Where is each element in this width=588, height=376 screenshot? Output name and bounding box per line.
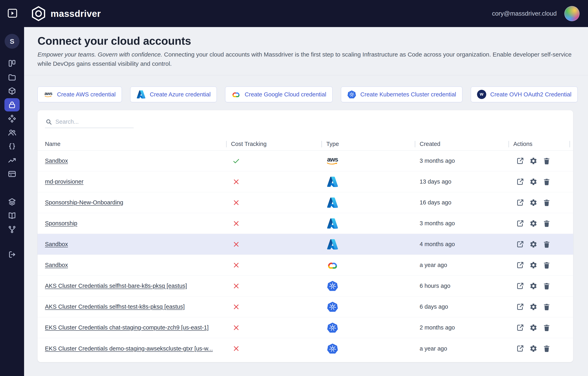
create-credential-button[interactable]: Create Google Cloud credential xyxy=(225,87,332,102)
user-avatar[interactable] xyxy=(564,6,580,21)
settings-gear-button[interactable] xyxy=(529,157,537,165)
folder-icon xyxy=(8,73,16,82)
actions-cell xyxy=(513,199,573,207)
trash-button[interactable] xyxy=(543,178,551,186)
sidebar-item-folder[interactable] xyxy=(4,71,20,84)
credential-name-link[interactable]: Sponsorship-New-Onboarding xyxy=(45,199,123,206)
type-cell xyxy=(326,218,420,229)
layers-icon xyxy=(8,198,16,206)
actions-cell xyxy=(513,324,573,332)
credential-name-link[interactable]: EKS Cluster Credentials demo-staging-aws… xyxy=(45,345,213,352)
sidebar-item-code[interactable] xyxy=(4,140,20,153)
table-row: AKS Cluster Credentials selfhst-bare-k8s… xyxy=(38,276,573,296)
column-header-type: Type xyxy=(326,138,420,150)
credential-name-link[interactable]: AKS Cluster Credentials selfhst-bare-k8s… xyxy=(45,282,187,289)
x-icon xyxy=(233,282,240,290)
credential-name-link[interactable]: Sandbox xyxy=(45,262,68,268)
sidebar-primary-nav xyxy=(4,57,20,181)
open-in-new-button[interactable] xyxy=(516,345,524,353)
sidebar-item-fork[interactable] xyxy=(4,223,20,236)
open-in-new-button[interactable] xyxy=(516,240,524,248)
trash-button[interactable] xyxy=(543,240,551,248)
trash-button[interactable] xyxy=(543,199,551,207)
name-cell: EKS Cluster Credentials chat-staging-com… xyxy=(38,324,231,331)
created-cell: a year ago xyxy=(420,345,513,352)
create-credential-button[interactable]: awsCreate AWS credential xyxy=(38,87,122,102)
brand-name: massdriver xyxy=(51,8,101,19)
x-icon xyxy=(233,178,240,185)
create-credential-button[interactable]: Create Azure credential xyxy=(130,87,217,102)
azure-logo-icon xyxy=(327,197,338,209)
trash-button[interactable] xyxy=(543,219,551,228)
sidebar-toggle-button[interactable] xyxy=(6,7,19,20)
sidebar-item-layers[interactable] xyxy=(4,195,20,209)
actions-cell xyxy=(513,303,573,311)
open-in-new-button[interactable] xyxy=(516,261,524,269)
create-credential-button-label: Create AWS credential xyxy=(57,91,116,98)
create-credential-button[interactable]: Create Kubernetes Cluster credential xyxy=(341,87,462,102)
table-header: Name Cost Tracking Type Created Actions xyxy=(38,138,573,150)
cost-tracking-cell xyxy=(231,178,326,185)
trash-button[interactable] xyxy=(543,324,551,332)
kubernetes-logo-icon xyxy=(327,280,338,292)
azure-logo-icon xyxy=(327,218,338,229)
sidebar-item-logout[interactable] xyxy=(4,248,20,261)
type-cell xyxy=(326,343,420,354)
sidebar-item-package[interactable] xyxy=(4,84,20,98)
sidebar-item-team[interactable] xyxy=(4,126,20,139)
sidebar-item-trend[interactable] xyxy=(4,154,20,167)
settings-gear-button[interactable] xyxy=(529,178,537,186)
azure-logo-icon xyxy=(327,176,338,188)
trash-button[interactable] xyxy=(543,345,551,353)
credential-name-link[interactable]: Sponsorship xyxy=(45,220,77,227)
settings-gear-button[interactable] xyxy=(529,282,537,290)
search-input[interactable] xyxy=(55,118,133,125)
open-in-new-button[interactable] xyxy=(516,282,524,290)
create-credential-button[interactable]: wCreate OVH OAuth2 Credential xyxy=(471,87,578,102)
trash-button[interactable] xyxy=(543,303,551,311)
kubernetes-logo-icon xyxy=(327,343,338,354)
trash-button[interactable] xyxy=(543,157,551,165)
sidebar-item-diamond-grid[interactable] xyxy=(4,112,20,125)
page-title: Connect your cloud accounts xyxy=(38,35,574,47)
settings-gear-button[interactable] xyxy=(529,345,537,353)
name-cell: md-provisioner xyxy=(38,178,231,185)
created-cell: a year ago xyxy=(420,262,513,268)
lock-icon xyxy=(8,100,16,109)
sidebar: S xyxy=(0,27,24,376)
credential-name-link[interactable]: Sandbox xyxy=(45,241,68,248)
trash-button[interactable] xyxy=(543,282,551,290)
settings-gear-button[interactable] xyxy=(529,199,537,207)
open-in-new-button[interactable] xyxy=(516,199,524,207)
sidebar-item-dashboard[interactable] xyxy=(4,57,20,70)
settings-gear-button[interactable] xyxy=(529,219,537,228)
credential-name-link[interactable]: md-provisioner xyxy=(45,178,84,185)
settings-gear-button[interactable] xyxy=(529,324,537,332)
table-row: AKS Cluster Credentials selfhst-test-k8s… xyxy=(38,296,573,317)
sidebar-item-lock[interactable] xyxy=(4,98,20,111)
open-in-new-button[interactable] xyxy=(516,157,524,165)
sidebar-logout-nav xyxy=(4,248,20,262)
panel-toggle-icon xyxy=(7,8,18,19)
x-icon xyxy=(233,303,240,311)
sidebar-item-book[interactable] xyxy=(4,209,20,222)
settings-gear-button[interactable] xyxy=(529,240,537,248)
cost-tracking-cell xyxy=(231,261,326,269)
credential-name-link[interactable]: AKS Cluster Credentials selfhst-test-k8s… xyxy=(45,303,185,310)
trash-button[interactable] xyxy=(543,261,551,269)
open-in-new-button[interactable] xyxy=(516,324,524,332)
workspace-avatar[interactable]: S xyxy=(5,34,20,49)
credential-name-link[interactable]: Sandbox xyxy=(45,157,68,164)
settings-gear-button[interactable] xyxy=(529,303,537,311)
fork-icon xyxy=(8,225,16,234)
open-in-new-button[interactable] xyxy=(516,303,524,311)
sidebar-item-billing-card[interactable] xyxy=(4,167,20,181)
settings-gear-button[interactable] xyxy=(529,261,537,269)
name-cell: Sandbox xyxy=(38,241,231,248)
open-in-new-button[interactable] xyxy=(516,219,524,228)
page-subtitle-emphasis: Empower your teams. Govern with confiden… xyxy=(38,51,162,58)
ovh-logo-icon: w xyxy=(477,90,486,99)
open-in-new-button[interactable] xyxy=(516,178,524,186)
gcp-logo-icon xyxy=(327,259,338,271)
credential-name-link[interactable]: EKS Cluster Credentials chat-staging-com… xyxy=(45,324,209,331)
